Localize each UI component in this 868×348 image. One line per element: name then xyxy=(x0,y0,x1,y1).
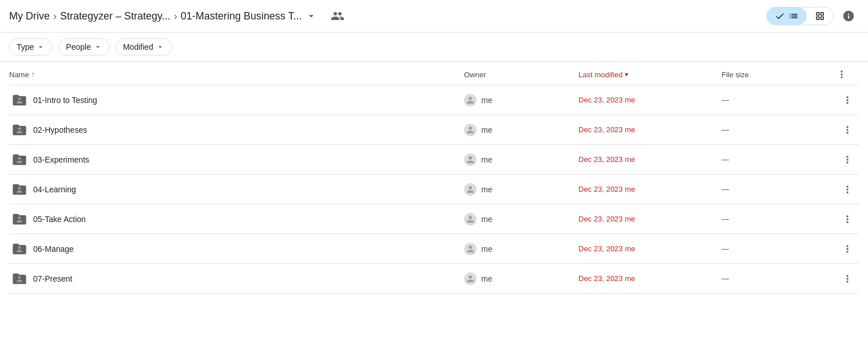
row-owner-label: me xyxy=(481,185,492,194)
row-more-button[interactable] xyxy=(839,152,855,168)
table-row[interactable]: 02-Hypotheses me Dec 23, 2023 me — xyxy=(9,115,859,145)
row-more-cell xyxy=(836,152,859,168)
folder-shared-svg xyxy=(11,92,27,108)
folder-icon xyxy=(11,241,27,257)
col-filesize-label: File size xyxy=(722,70,749,79)
row-modified-cell: Dec 23, 2023 me xyxy=(578,155,722,164)
row-owner-label: me xyxy=(481,96,492,105)
header-controls xyxy=(766,6,859,26)
row-more-button[interactable] xyxy=(839,92,855,108)
row-owner-cell: me xyxy=(464,124,578,136)
row-owner-cell: me xyxy=(464,94,578,106)
folder-icon xyxy=(11,122,27,138)
row-name-cell: 06-Manage xyxy=(9,241,464,257)
type-filter-button[interactable]: Type xyxy=(9,38,53,56)
header: My Drive › Strategyzer – Strategy... › 0… xyxy=(0,0,868,33)
row-more-button[interactable] xyxy=(839,181,855,197)
table-row[interactable]: 03-Experiments me Dec 23, 2023 me — xyxy=(9,145,859,175)
row-more-cell xyxy=(836,92,859,108)
row-name-cell: 02-Hypotheses xyxy=(9,122,464,138)
row-owner-label: me xyxy=(481,155,492,164)
row-more-cell xyxy=(836,241,859,257)
grid-view-button[interactable] xyxy=(807,7,833,25)
modified-chevron-icon xyxy=(156,42,165,52)
info-button[interactable] xyxy=(838,6,859,26)
lastmod-sort-arrow: ▾ xyxy=(625,70,628,78)
row-size-cell: — xyxy=(722,96,836,104)
row-name-cell: 05-Take Action xyxy=(9,211,464,227)
table-row[interactable]: 06-Manage me Dec 23, 2023 me — xyxy=(9,234,859,264)
file-table: Name ↑ Owner Last modified ▾ File size xyxy=(0,62,868,294)
folder-icon xyxy=(11,92,27,108)
col-header-file-size: File size xyxy=(722,69,836,80)
people-filter-button[interactable]: People xyxy=(58,38,110,56)
col-header-name[interactable]: Name ↑ xyxy=(9,69,464,80)
row-more-button[interactable] xyxy=(839,211,855,227)
breadcrumb-dropdown-button[interactable] xyxy=(304,9,318,23)
row-owner-cell: me xyxy=(464,272,578,285)
table-row[interactable]: 05-Take Action me Dec 23, 2023 me — xyxy=(9,204,859,234)
row-owner-label: me xyxy=(481,274,492,283)
folder-icon xyxy=(11,152,27,168)
folder-icon xyxy=(11,271,27,287)
table-row[interactable]: 04-Learning me Dec 23, 2023 me — xyxy=(9,175,859,204)
name-sort-arrow: ↑ xyxy=(31,70,35,78)
row-modified-cell: Dec 23, 2023 me xyxy=(578,125,722,134)
breadcrumb-current[interactable]: 01-Mastering Business T... xyxy=(181,9,318,23)
avatar xyxy=(464,272,477,285)
more-vert-icon xyxy=(842,243,853,255)
folder-shared-svg xyxy=(11,211,27,227)
modified-filter-label: Modified xyxy=(123,42,153,52)
col-header-owner: Owner xyxy=(464,69,578,80)
row-size-cell: — xyxy=(722,185,836,193)
table-row[interactable]: 07-Present me Dec 23, 2023 me — xyxy=(9,264,859,294)
breadcrumb-sep1: › xyxy=(53,10,57,22)
person-icon xyxy=(465,125,475,135)
person-icon xyxy=(465,155,475,165)
row-more-button[interactable] xyxy=(839,241,855,257)
folder-shared-svg xyxy=(11,241,27,257)
row-more-button[interactable] xyxy=(839,122,855,138)
folder-shared-svg xyxy=(11,152,27,168)
col-header-last-modified[interactable]: Last modified ▾ xyxy=(578,69,722,80)
row-modified-cell: Dec 23, 2023 me xyxy=(578,244,722,253)
table-body: 01-Intro to Testing me Dec 23, 2023 me — xyxy=(9,85,859,294)
row-modified-cell: Dec 23, 2023 me xyxy=(578,215,722,223)
row-owner-label: me xyxy=(481,244,492,254)
more-vert-icon xyxy=(842,124,853,136)
breadcrumb-root[interactable]: My Drive xyxy=(9,10,50,22)
avatar xyxy=(464,243,477,255)
row-name-label: 04-Learning xyxy=(33,185,76,194)
row-more-button[interactable] xyxy=(839,271,855,287)
folder-shared-svg xyxy=(11,181,27,197)
chevron-down-icon xyxy=(306,10,317,22)
more-vert-icon xyxy=(842,273,853,284)
people-filter-label: People xyxy=(66,42,91,52)
row-name-cell: 04-Learning xyxy=(9,181,464,197)
list-icon xyxy=(788,11,799,21)
row-owner-label: me xyxy=(481,215,492,224)
row-name-label: 01-Intro to Testing xyxy=(33,96,97,105)
avatar xyxy=(464,153,477,166)
row-name-label: 05-Take Action xyxy=(33,215,86,224)
folder-shared-svg xyxy=(11,271,27,287)
table-row[interactable]: 01-Intro to Testing me Dec 23, 2023 me — xyxy=(9,85,859,115)
row-name-cell: 03-Experiments xyxy=(9,152,464,168)
folder-icon xyxy=(11,181,27,197)
person-icon xyxy=(465,274,475,284)
breadcrumb-middle[interactable]: Strategyzer – Strategy... xyxy=(60,10,171,22)
row-owner-cell: me xyxy=(464,243,578,255)
person-icon xyxy=(465,95,475,105)
row-name-label: 03-Experiments xyxy=(33,155,89,164)
list-view-button[interactable] xyxy=(767,7,807,25)
row-more-cell xyxy=(836,122,859,138)
person-icon xyxy=(465,244,475,254)
col-lastmod-label: Last modified xyxy=(578,70,623,79)
modified-filter-button[interactable]: Modified xyxy=(116,38,172,56)
row-name-label: 07-Present xyxy=(33,274,72,283)
share-people-button[interactable] xyxy=(325,8,346,24)
row-more-cell xyxy=(836,271,859,287)
row-size-cell: — xyxy=(722,244,836,253)
row-name-cell: 01-Intro to Testing xyxy=(9,92,464,108)
table-header: Name ↑ Owner Last modified ▾ File size xyxy=(9,62,859,85)
